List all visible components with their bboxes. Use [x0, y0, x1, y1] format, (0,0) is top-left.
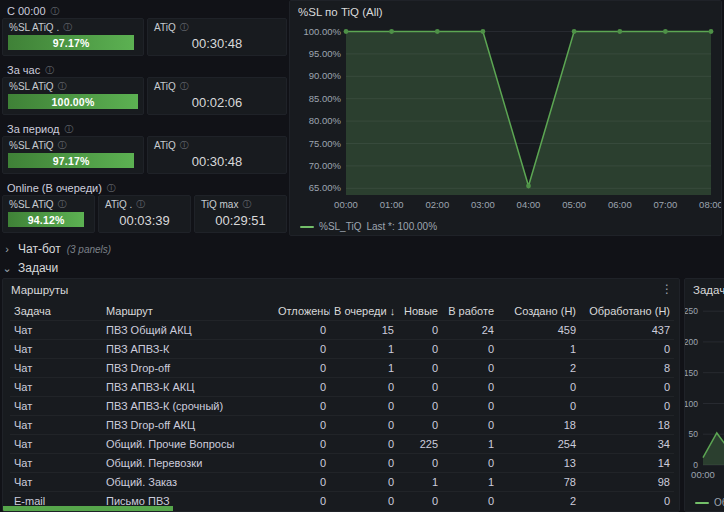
bar-gauge: 97.17% [8, 35, 134, 50]
table-cell: Чат [10, 473, 102, 492]
info-icon[interactable]: ⓘ [58, 141, 67, 150]
stat-panel-bar-gauge: %SL ATiQⓘ97.17% [2, 136, 144, 174]
table-cell: 0 [442, 492, 498, 511]
stat-value: 00:03:39 [99, 213, 190, 228]
table-cell: 437 [580, 321, 674, 340]
table-cell: 0 [580, 378, 674, 397]
table-cell: 0 [442, 378, 498, 397]
svg-text:65.00%: 65.00% [309, 182, 342, 193]
chart-legend-item[interactable]: %SL_TiQ Last *: 100.00% [300, 221, 437, 232]
legend-series-name: %SL_TiQ [319, 221, 361, 232]
table-cell: 0 [274, 340, 330, 359]
table-cell: Чат [10, 435, 102, 454]
table-cell: Общий. Прочие Вопросы [102, 435, 274, 454]
info-icon[interactable]: ⓘ [58, 200, 67, 209]
table-panel-title: Маршруты [3, 279, 679, 299]
table-cell: 0 [580, 397, 674, 416]
table-cell: 0 [274, 378, 330, 397]
info-icon[interactable]: ⓘ [63, 23, 72, 32]
info-icon[interactable]: ⓘ [180, 82, 189, 91]
series-color-line [300, 226, 314, 228]
table-cell: 1 [330, 359, 398, 378]
info-icon[interactable]: ⓘ [242, 200, 251, 209]
chevron-down-icon: ⌄ [2, 262, 12, 275]
table-cell: 1 [330, 340, 398, 359]
table-cell: 0 [398, 321, 442, 340]
svg-text:95.00%: 95.00% [309, 48, 342, 59]
stat-panel-row: %SL ATiQⓘ100.00%ATiQⓘ00:02:06 [2, 77, 287, 115]
info-icon[interactable]: ⓘ [136, 200, 145, 209]
svg-text:100: 100 [685, 399, 698, 409]
info-icon[interactable]: ⓘ [45, 66, 54, 75]
table-cell: ПВЗ АПВЗ-К АКЦ [102, 378, 274, 397]
routes-table-panel: Маршруты ⋮ ЗадачаМаршрутОтложеныВ очеред… [2, 278, 680, 512]
svg-text:00:00: 00:00 [691, 469, 715, 480]
table-cell: 0 [398, 492, 442, 511]
stat-value: 00:29:51 [195, 213, 286, 228]
sl-tiq-chart-panel: %SL по TiQ (All) 100.00%95.00%90.00%85.0… [289, 0, 722, 236]
table-cell: 0 [580, 492, 674, 511]
partial-bar-gauge [3, 506, 173, 511]
stat-label: %SL ATiQⓘ [3, 78, 143, 94]
table-column-header[interactable]: Создано (Н) [498, 302, 580, 321]
legend-last-value: Last *: 100.00% [366, 221, 437, 232]
table-column-header[interactable]: Отложены [274, 302, 330, 321]
table-cell: 18 [580, 416, 674, 435]
table-column-header[interactable]: В работе [442, 302, 498, 321]
stats-column: С 00:00ⓘ%SL ATiQ .ⓘ97.17%ATiQⓘ00:30:48За… [2, 0, 287, 238]
info-icon[interactable]: ⓘ [107, 184, 116, 193]
sl-tiq-area-chart[interactable]: 100.00%95.00%90.00%85.00%80.00%75.00%70.… [290, 21, 721, 217]
table-cell: 14 [580, 454, 674, 473]
stat-panel-value: TiQ maxⓘ00:29:51 [194, 195, 287, 233]
stat-panel-row: %SL ATiQⓘ94.12%ATiQ .ⓘ00:03:39TiQ maxⓘ00… [2, 195, 287, 233]
table-cell: 0 [398, 416, 442, 435]
stat-label: ATiQⓘ [148, 78, 286, 94]
tasks-area-chart[interactable]: 25020015010050000:00 [685, 299, 724, 485]
table-cell: 0 [398, 397, 442, 416]
info-icon[interactable]: ⓘ [58, 82, 67, 91]
panel-menu-icon[interactable]: ⋮ [661, 283, 673, 295]
table-cell: 0 [274, 321, 330, 340]
table-cell: 8 [580, 359, 674, 378]
table-cell: Общий. Перевозки [102, 454, 274, 473]
table-cell: 0 [498, 378, 580, 397]
table-cell: 0 [274, 435, 330, 454]
mini-chart-legend-item[interactable]: Обраб [695, 497, 724, 508]
section-header: Online (В очереди)ⓘ [2, 177, 287, 195]
table-cell: 0 [330, 492, 398, 511]
table-cell: 98 [580, 473, 674, 492]
table-cell: 0 [398, 378, 442, 397]
table-cell: 0 [398, 359, 442, 378]
table-cell: 0 [580, 340, 674, 359]
stat-panel-row: %SL ATiQ .ⓘ97.17%ATiQⓘ00:30:48 [2, 18, 287, 56]
stat-value: 00:02:06 [148, 95, 286, 110]
table-cell: Чат [10, 378, 102, 397]
table-column-header[interactable]: В очереди ↓ [330, 302, 398, 321]
info-icon[interactable]: ⓘ [180, 141, 189, 150]
stat-panel-value: ATiQⓘ00:30:48 [147, 136, 287, 174]
table-cell: 1 [498, 340, 580, 359]
svg-text:80.00%: 80.00% [309, 115, 342, 126]
table-cell: 0 [442, 416, 498, 435]
table-cell: 225 [398, 435, 442, 454]
table-column-header[interactable]: Новые [398, 302, 442, 321]
row-panel-count: (3 panels) [67, 244, 111, 255]
table-cell: 15 [330, 321, 398, 340]
routes-table: ЗадачаМаршрутОтложеныВ очереди ↓НовыеВ р… [10, 302, 674, 511]
svg-text:02:00: 02:00 [425, 199, 449, 210]
info-icon[interactable]: ⓘ [51, 7, 60, 16]
table-column-header[interactable]: Маршрут [102, 302, 274, 321]
table-cell: 13 [498, 454, 580, 473]
table-cell: Чат [10, 359, 102, 378]
table-column-header[interactable]: Обработано (Н) [580, 302, 674, 321]
svg-text:100.00%: 100.00% [303, 26, 341, 37]
info-icon[interactable]: ⓘ [180, 23, 189, 32]
stat-label: %SL ATiQⓘ [3, 196, 94, 212]
info-icon[interactable]: ⓘ [64, 125, 73, 134]
table-column-header[interactable]: Задача [10, 302, 102, 321]
dashboard-row-tasks[interactable]: ⌄ Задачи [2, 260, 58, 276]
dashboard-row-chatbot[interactable]: › Чат-бот (3 panels) [2, 241, 111, 257]
svg-text:200: 200 [685, 337, 698, 347]
stat-label: %SL ATiQ .ⓘ [3, 19, 143, 35]
tasks-mini-chart-panel: Задачи (All 25020015010050000:00 Обраб [684, 278, 724, 512]
